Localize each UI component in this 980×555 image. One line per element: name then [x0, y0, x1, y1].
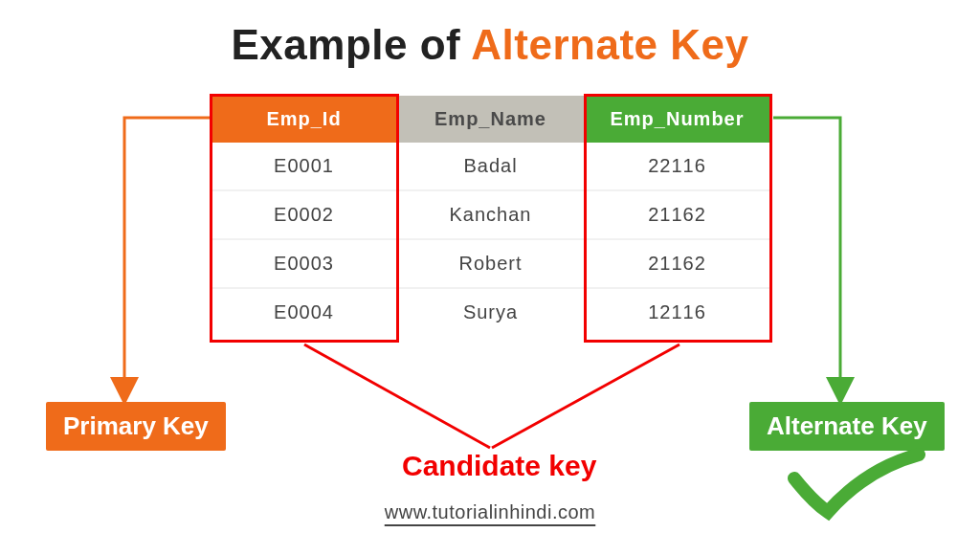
header-emp-id: Emp_Id [211, 96, 397, 143]
title-part1: Example of [231, 21, 471, 68]
cell-emp-name: Robert [397, 239, 584, 288]
candidate-line-right [492, 344, 679, 448]
cell-emp-name: Badal [397, 143, 584, 190]
cell-emp-number: 12116 [584, 288, 770, 336]
candidate-line-left [304, 344, 490, 448]
cell-emp-id: E0004 [211, 288, 397, 336]
page-title: Example of Alternate Key [0, 21, 980, 69]
cell-emp-id: E0003 [211, 239, 397, 288]
table-row: E0003 Robert 21162 [211, 239, 770, 288]
cell-emp-id: E0001 [211, 143, 397, 190]
alternate-key-badge: Alternate Key [749, 402, 945, 451]
cell-emp-number: 21162 [584, 190, 770, 239]
cell-emp-number: 22116 [584, 143, 770, 190]
table-row: E0002 Kanchan 21162 [211, 190, 770, 239]
cell-emp-number: 21162 [584, 239, 770, 288]
header-emp-number: Emp_Number [584, 96, 770, 143]
title-part2: Alternate Key [471, 21, 748, 68]
alternate-key-arrow [773, 118, 840, 394]
footer-url: www.tutorialinhindi.com [385, 501, 595, 523]
employee-table: Emp_Id Emp_Name Emp_Number E0001 Badal 2… [211, 96, 770, 336]
header-emp-name: Emp_Name [397, 96, 584, 143]
cell-emp-name: Kanchan [397, 190, 584, 239]
table-row: E0001 Badal 22116 [211, 143, 770, 190]
table-row: E0004 Surya 12116 [211, 288, 770, 336]
primary-key-arrow [124, 118, 210, 394]
cell-emp-id: E0002 [211, 190, 397, 239]
cell-emp-name: Surya [397, 288, 584, 336]
candidate-key-label: Candidate key [402, 450, 596, 482]
primary-key-badge: Primary Key [46, 402, 226, 451]
checkmark-icon [794, 455, 919, 512]
